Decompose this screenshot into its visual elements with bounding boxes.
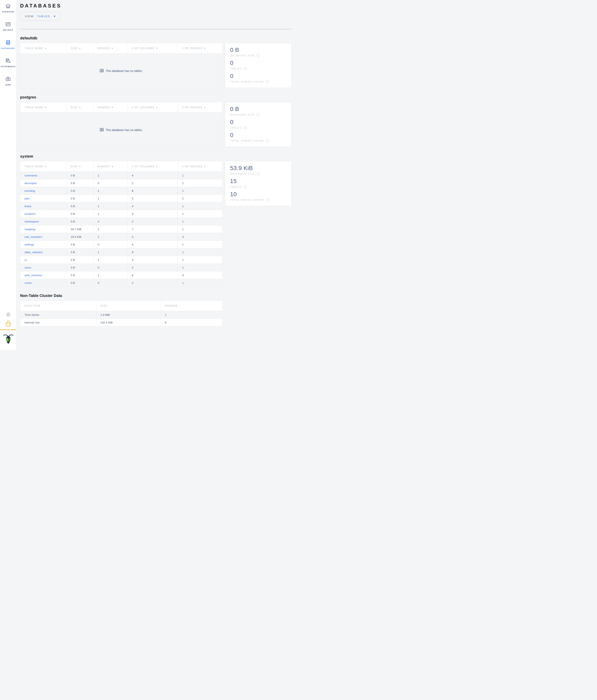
column-header[interactable]: SIZE: [67, 43, 94, 53]
cockroachdb-logo[interactable]: [0, 333, 16, 345]
info-icon[interactable]: i: [266, 198, 269, 202]
info-icon[interactable]: i: [257, 113, 260, 116]
table-row: Time Series1.4 MiB1: [20, 311, 223, 319]
table-cell: 2: [178, 195, 223, 202]
table-name-link[interactable]: table_statistics: [24, 251, 43, 254]
sidebar-item-databases[interactable]: DATABASES: [0, 40, 16, 58]
table-name-link[interactable]: settings: [24, 243, 34, 246]
column-header[interactable]: TABLE NAME: [20, 161, 67, 172]
table-cell: 4: [128, 210, 178, 218]
table-name-link[interactable]: lease: [24, 205, 31, 208]
table-row: descriptor0 B021: [20, 179, 223, 187]
table-cell: 3: [178, 271, 223, 279]
column-header[interactable]: RANGES: [93, 161, 128, 172]
column-header[interactable]: # OF COLUMNS: [128, 102, 178, 112]
table-name-link[interactable]: eventlog: [24, 189, 35, 193]
info-icon[interactable]: i: [244, 126, 247, 129]
page-title: DATABASES: [20, 3, 298, 9]
table-cell: 1.4 MiB: [96, 311, 161, 319]
database-section-title: postgres: [20, 95, 298, 100]
sort-caret-icon: [79, 107, 81, 108]
table-cell: 1: [93, 256, 128, 264]
column-header[interactable]: RANGES: [93, 102, 128, 112]
stat-value-tables: 0: [230, 119, 286, 125]
table-name-link[interactable]: zones: [24, 281, 32, 284]
stat-value-tables: 15: [230, 178, 286, 184]
column-header[interactable]: SIZE: [67, 102, 94, 112]
settings-button[interactable]: [0, 312, 16, 318]
table-cell: 0 B: [67, 241, 94, 248]
view-dropdown[interactable]: VIEW: TABLES: [20, 12, 60, 21]
column-header[interactable]: # OF COLUMNS: [128, 43, 178, 53]
column-header: SIZE: [96, 301, 161, 311]
table-cell: 0 B: [67, 172, 94, 179]
table-name-link[interactable]: jobs: [24, 197, 30, 200]
chevron-down-icon: [53, 16, 56, 17]
sidebar-item-statements[interactable]: STATEMENTS: [0, 58, 16, 76]
info-icon[interactable]: i: [244, 185, 247, 189]
table-name-link[interactable]: web_sessions: [24, 274, 42, 277]
stat-value-total-range-count: 0: [230, 73, 286, 79]
view-dropdown-value: TABLES: [37, 15, 50, 18]
table-name-link[interactable]: ui: [24, 258, 27, 261]
table-cell: 1: [93, 271, 128, 279]
sidebar-item-overview[interactable]: OVERVIEW: [0, 3, 16, 22]
column-header[interactable]: # OF INDICES: [178, 102, 223, 112]
table-cell: 0 B: [67, 279, 94, 287]
metrics-chart-icon: [5, 22, 11, 27]
sidebar-item-jobs[interactable]: JOBS: [0, 76, 16, 95]
empty-database-message: This database has no tables.: [20, 53, 223, 88]
table-name-link[interactable]: role_members: [24, 235, 42, 239]
table-cell: 0 B: [67, 187, 94, 195]
table-cell: 1: [93, 195, 128, 202]
table-row: eventlog0 B161: [20, 187, 223, 195]
column-header[interactable]: SIZE: [67, 161, 94, 172]
sidebar-item-label: DATABASES: [1, 47, 15, 49]
sidebar: OVERVIEWMETRICSDATABASESSTATEMENTSJOBS I…: [0, 0, 16, 350]
info-icon[interactable]: i: [257, 54, 260, 57]
data-table: TABLE NAMESIZERANGES# OF COLUMNS# OF IND…: [20, 161, 223, 287]
table-cell: 1: [178, 225, 223, 233]
stat-value-tables: 0: [230, 60, 286, 66]
view-dropdown-label: VIEW:: [25, 15, 35, 18]
sort-caret-icon: [156, 166, 158, 167]
table-cell: 0 B: [67, 218, 94, 225]
info-icon[interactable]: i: [266, 80, 269, 83]
table-cell: 8: [128, 271, 178, 279]
table-cell: 1: [178, 279, 223, 287]
table-name-link[interactable]: descriptor: [24, 182, 37, 185]
column-header[interactable]: # OF INDICES: [178, 43, 223, 53]
column-header[interactable]: RANGES: [93, 43, 128, 53]
table-row: locations0 B141: [20, 210, 223, 218]
table-row: namespace0 B031: [20, 218, 223, 225]
sidebar-item-metrics[interactable]: METRICS: [0, 22, 16, 40]
table-cell: 1: [178, 256, 223, 264]
table-name-link[interactable]: rangelog: [24, 228, 35, 231]
table-cell: 0: [93, 218, 128, 225]
stat-value-total-range-count: 0: [230, 132, 286, 139]
insecure-mode-indicator[interactable]: [0, 320, 16, 328]
info-icon[interactable]: i: [266, 139, 269, 143]
info-icon[interactable]: i: [257, 172, 260, 175]
column-header[interactable]: # OF COLUMNS: [128, 161, 178, 172]
stat-label-database-size: DATABASE SIZEi: [230, 54, 286, 57]
column-header[interactable]: TABLE NAME: [20, 102, 67, 112]
table-cell: 1: [93, 202, 128, 210]
table-cell: 0: [93, 264, 128, 271]
column-header[interactable]: TABLE NAME: [20, 43, 67, 53]
table-cell: 1: [93, 210, 128, 218]
table-name-link[interactable]: locations: [24, 212, 35, 216]
info-icon[interactable]: i: [244, 67, 247, 70]
table-name-link[interactable]: comments: [24, 174, 37, 177]
table-cell: 0 B: [67, 264, 94, 271]
stat-value-database-size: 0 B: [230, 47, 286, 53]
column-header: RANGES: [161, 301, 222, 311]
column-header[interactable]: # OF INDICES: [178, 161, 223, 172]
table-cell: 1: [178, 202, 223, 210]
table-cell: 19.3 KiB: [67, 233, 94, 241]
table-name-link[interactable]: namespace: [24, 220, 39, 223]
table-cell: 3: [128, 264, 178, 271]
table-cell: 0 B: [67, 195, 94, 202]
table-name-link[interactable]: users: [24, 266, 31, 269]
database-icon: [5, 40, 11, 45]
